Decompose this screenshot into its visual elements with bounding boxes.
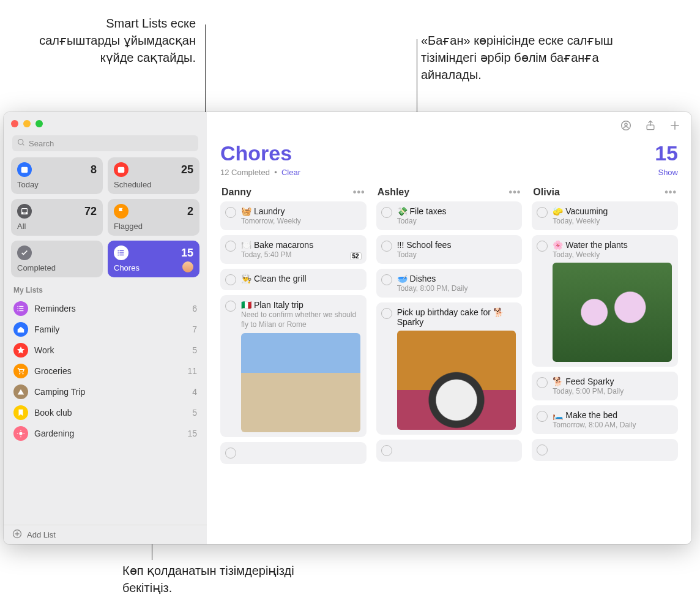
reminder-card[interactable]: 🐕 Feed SparkyToday, 5:00 PM, Daily	[532, 372, 678, 400]
reminders-window: Search 8Today25Scheduled72All2FlaggedCom…	[4, 112, 691, 544]
reminder-card[interactable]: 🧽 VacuumingToday, Weekly	[532, 201, 678, 230]
search-input[interactable]: Search	[12, 135, 198, 151]
sidebar-list-family[interactable]: Family7	[4, 319, 207, 340]
reminder-note: Need to confirm whether we should fly to…	[241, 310, 360, 329]
reminder-card[interactable]: 🛏️ Make the bedTomorrow, 8:00 AM, Daily	[532, 405, 678, 434]
close-window-button[interactable]	[11, 120, 18, 127]
reminder-card[interactable]: 💸 File taxesToday	[376, 201, 523, 230]
complete-toggle[interactable]	[381, 241, 392, 252]
new-reminder-placeholder[interactable]	[532, 439, 678, 461]
columns-container: Danny•••🧺 LaundryTomorrow, Weekly🍽️ Bake…	[207, 183, 691, 544]
smart-count: 15	[181, 247, 193, 260]
sidebar-list-work[interactable]: Work5	[4, 340, 207, 361]
reminder-card[interactable]: Pick up birthday cake for 🐕 Sparky	[376, 302, 523, 435]
add-list-button[interactable]: Add List	[4, 525, 207, 544]
column-title: Danny	[222, 187, 251, 198]
complete-toggle[interactable]	[225, 207, 236, 218]
calendar-today-icon	[17, 162, 32, 177]
complete-toggle[interactable]	[381, 274, 392, 285]
callout-line	[417, 39, 417, 113]
reminder-title: 🧽 Vacuuming	[553, 206, 672, 216]
reminder-title: 🧺 Laundry	[241, 206, 360, 216]
complete-toggle[interactable]	[225, 301, 236, 312]
callout-columns: «Баған» көрінісінде еске салғыш тізімінд…	[421, 32, 641, 83]
flag-icon	[114, 204, 128, 219]
list-label: Gardening	[34, 429, 181, 438]
minimize-window-button[interactable]	[23, 120, 31, 127]
reminder-card[interactable]: 👨‍🍳 Clean the grill	[220, 269, 367, 290]
search-icon	[17, 138, 25, 148]
reminder-title: 👨‍🍳 Clean the grill	[241, 274, 360, 283]
complete-toggle[interactable]	[225, 274, 236, 285]
smart-label: Scheduled	[114, 180, 193, 189]
column-olivia: Olivia•••🧽 VacuumingToday, Weekly🌸 Water…	[532, 183, 678, 538]
complete-toggle[interactable]	[381, 308, 392, 319]
toolbar	[207, 112, 691, 139]
reminder-title: Pick up birthday cake for 🐕 Sparky	[397, 307, 516, 327]
sidebar-list-book-club[interactable]: Book club5	[4, 402, 207, 423]
list-label: Family	[34, 324, 186, 334]
clear-completed-button[interactable]: Clear	[281, 168, 300, 177]
reminder-card[interactable]: 🥣 DishesToday, 8:00 PM, Daily	[376, 269, 523, 298]
bookmark-icon	[13, 405, 28, 420]
list-count: 5	[192, 345, 197, 355]
add-reminder-button[interactable]	[668, 119, 682, 132]
list-count: 5	[192, 408, 197, 418]
complete-toggle[interactable]	[537, 241, 548, 252]
list-icon	[13, 301, 28, 316]
smart-tile-completed[interactable]: Completed	[11, 241, 103, 277]
svg-point-11	[117, 255, 119, 256]
calendar-icon	[114, 162, 128, 177]
complete-toggle[interactable]	[537, 411, 548, 422]
column-more-button[interactable]: •••	[509, 187, 521, 198]
smart-tile-chores[interactable]: 15Chores	[108, 241, 199, 277]
cart-icon	[13, 364, 28, 378]
reminder-card[interactable]: 🧺 LaundryTomorrow, Weekly	[220, 201, 367, 230]
my-lists: Reminders6Family7Work5Groceries11Camping…	[4, 298, 207, 525]
svg-point-0	[18, 140, 23, 144]
svg-point-29	[625, 123, 627, 126]
list-count: 7	[192, 324, 197, 334]
reminder-meta: Today, Weekly	[553, 217, 672, 225]
sidebar-list-gardening[interactable]: Gardening15	[4, 423, 207, 444]
complete-toggle[interactable]	[381, 445, 392, 456]
complete-toggle[interactable]	[537, 444, 548, 455]
zoom-window-button[interactable]	[35, 120, 43, 127]
new-reminder-placeholder[interactable]	[376, 440, 523, 462]
star-icon	[13, 343, 28, 358]
column-more-button[interactable]: •••	[353, 187, 365, 198]
smart-tile-flagged[interactable]: 2Flagged	[108, 199, 199, 236]
smart-tile-scheduled[interactable]: 25Scheduled	[108, 157, 199, 194]
column-more-button[interactable]: •••	[665, 187, 677, 198]
reminder-image	[553, 263, 672, 362]
collaborate-button[interactable]	[619, 119, 633, 132]
share-button[interactable]	[644, 119, 657, 132]
reminder-card[interactable]: 🌸 Water the plantsToday, Weekly	[532, 235, 678, 367]
show-button[interactable]: Show	[658, 168, 678, 177]
sun-icon	[13, 426, 28, 441]
reminder-badge: 52	[350, 252, 362, 260]
tent-icon	[13, 384, 28, 399]
reminder-meta: Tomorrow, Weekly	[241, 217, 360, 225]
reminder-card[interactable]: 🇮🇹 Plan Italy tripNeed to confirm whethe…	[220, 295, 367, 437]
list-header: Chores 15 12 Completed • Clear Show	[207, 139, 691, 183]
reminder-card[interactable]: 🍽️ Bake macaronsToday, 5:40 PM52	[220, 235, 367, 264]
reminder-title: 🍽️ Bake macarons	[241, 240, 360, 250]
reminder-meta: Tomorrow, 8:00 AM, Daily	[553, 421, 672, 429]
reminder-meta: Today, 5:00 PM, Daily	[553, 387, 672, 395]
complete-toggle[interactable]	[225, 241, 236, 252]
reminder-meta: Today	[397, 217, 516, 225]
complete-toggle[interactable]	[381, 207, 392, 218]
reminder-card[interactable]: !!! School feesToday	[376, 235, 523, 264]
svg-rect-3	[21, 167, 28, 169]
complete-toggle[interactable]	[537, 377, 548, 388]
svg-rect-5	[22, 209, 28, 212]
new-reminder-placeholder[interactable]	[220, 442, 367, 464]
complete-toggle[interactable]	[225, 448, 236, 459]
complete-toggle[interactable]	[537, 207, 548, 218]
smart-tile-all[interactable]: 72All	[11, 199, 103, 236]
sidebar-list-reminders[interactable]: Reminders6	[4, 298, 207, 319]
smart-tile-today[interactable]: 8Today	[11, 157, 103, 194]
sidebar-list-groceries[interactable]: Groceries11	[4, 361, 207, 381]
sidebar-list-camping-trip[interactable]: Camping Trip4	[4, 381, 207, 402]
